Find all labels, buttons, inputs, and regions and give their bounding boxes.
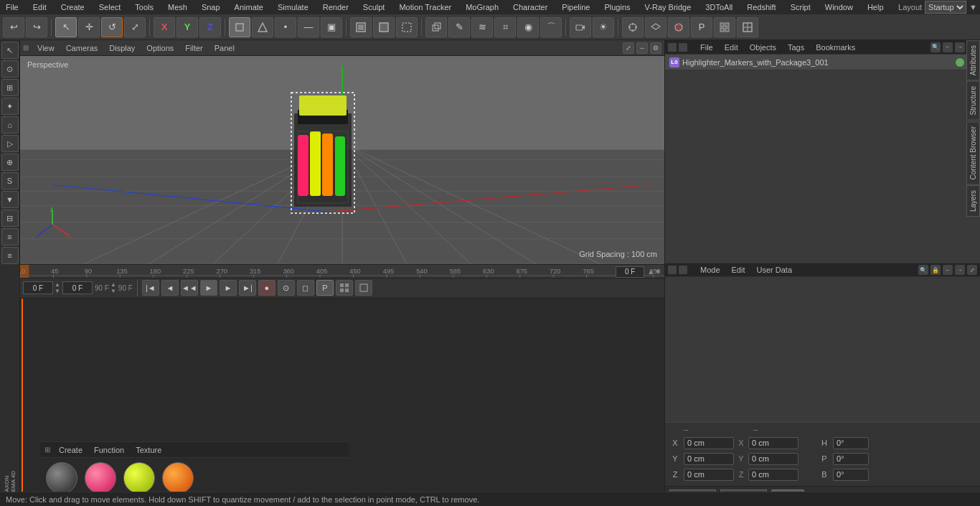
obj-edit-menu[interactable]: Edit (722, 42, 741, 53)
knife-button[interactable]: ⌗ (494, 17, 516, 37)
sidebar-smooth-tool[interactable]: S (1, 172, 19, 189)
attr-icon-1[interactable] (668, 266, 677, 274)
obj-mgr-icon-1[interactable] (668, 43, 677, 52)
scale-tool-button[interactable]: ⤢ (124, 17, 146, 37)
x-pos-input[interactable] (684, 437, 734, 449)
structure-tab[interactable]: Structure (966, 81, 980, 121)
cube-button[interactable] (425, 17, 447, 37)
b-rot-input[interactable] (833, 469, 869, 481)
undo-button[interactable]: ↩ (3, 17, 24, 37)
menu-select[interactable]: Select (96, 1, 124, 13)
menu-animate[interactable]: Animate (232, 1, 266, 13)
z-axis-button[interactable]: Z (199, 17, 221, 37)
redo-button[interactable]: ↪ (26, 17, 47, 37)
keyframe-mode-button[interactable]: P (316, 280, 334, 296)
select-tool-button[interactable]: ↖ (55, 17, 77, 37)
vp-cameras-menu[interactable]: Cameras (63, 42, 101, 54)
sidebar-floor-tool[interactable]: ⊟ (1, 210, 19, 227)
start-frame-input[interactable] (23, 281, 53, 294)
sidebar-grid-tool[interactable]: ⊞ (1, 79, 19, 96)
x-axis-button[interactable]: X (154, 17, 175, 37)
vp-icon-settings[interactable]: ⚙ (650, 42, 661, 54)
current-frame-input[interactable] (616, 266, 644, 278)
menu-mograph[interactable]: MoGraph (463, 1, 501, 13)
attr-icon-2[interactable] (679, 266, 687, 274)
move-tool-button[interactable]: ✛ (78, 17, 100, 37)
layers-tab[interactable]: Layers (966, 185, 980, 217)
vp-options-menu[interactable]: Options (143, 42, 176, 54)
x-size-input[interactable] (748, 437, 798, 449)
record-stop-button[interactable]: ◻ (297, 280, 314, 296)
pen-button[interactable]: ✎ (448, 17, 470, 37)
workplane-button[interactable] (645, 17, 666, 37)
attr-mode-menu[interactable]: Mode (697, 264, 723, 276)
play-back-button[interactable]: ◄◄ (181, 280, 198, 296)
frame-arrows[interactable]: ▲▼ (647, 268, 661, 276)
deform-button[interactable]: ⌒ (540, 17, 562, 37)
poly-mode-button[interactable]: ▣ (321, 17, 342, 37)
menu-tools[interactable]: Tools (132, 1, 156, 13)
object-tree-item-1[interactable]: L0 Highlighter_Markers_with_Package3_001 (665, 55, 980, 70)
obj-forward-icon[interactable]: → (955, 42, 965, 52)
render-button[interactable] (350, 17, 372, 37)
obj-file-menu[interactable]: File (697, 42, 716, 53)
record-button[interactable]: ● (258, 280, 275, 296)
obj-visible-dot[interactable] (956, 58, 964, 67)
menu-sculpt[interactable]: Sculpt (360, 1, 388, 13)
menu-help[interactable]: Help (864, 1, 887, 13)
obj-tags-menu[interactable]: Tags (785, 42, 807, 53)
timeline-grid-button[interactable] (336, 280, 353, 296)
menu-redshift[interactable]: Redshift (744, 1, 778, 13)
rotate-tool-button[interactable]: ↺ (101, 17, 123, 37)
step-forward-button[interactable]: ► (220, 280, 237, 296)
sidebar-add-tool[interactable]: ⊕ (1, 154, 19, 171)
menu-create[interactable]: Create (58, 1, 88, 13)
y-pos-input[interactable] (684, 453, 734, 465)
layout-dropdown[interactable]: Startup (925, 1, 966, 14)
menu-vray[interactable]: V-Ray Bridge (642, 1, 694, 13)
start-frame-arrows[interactable]: ▲ ▼ (55, 281, 60, 294)
edge-mode-button[interactable]: — (298, 17, 319, 37)
light-button[interactable]: ☀ (593, 17, 614, 37)
sidebar-polygon-tool[interactable]: ⌂ (1, 116, 19, 133)
h-rot-input[interactable] (833, 437, 869, 449)
menu-simulate[interactable]: Simulate (275, 1, 311, 13)
content-browser-tab[interactable]: Content Browser (966, 121, 980, 184)
keyframe-button[interactable]: P (691, 17, 712, 37)
menu-render[interactable]: Render (320, 1, 352, 13)
snap-button[interactable] (622, 17, 644, 37)
region-render-button[interactable] (396, 17, 418, 37)
menu-snap[interactable]: Snap (199, 1, 223, 13)
step-back-button[interactable]: ◄ (161, 280, 179, 296)
sidebar-paint-tool[interactable]: ⊙ (1, 60, 19, 78)
obj-mgr-icon-2[interactable] (679, 43, 687, 52)
attr-back-icon[interactable]: ← (943, 265, 953, 275)
menu-3dtoall[interactable]: 3DToAll (702, 1, 735, 13)
go-start-button[interactable]: |◄ (142, 280, 159, 296)
y-axis-button[interactable]: Y (176, 17, 198, 37)
grid-view-button[interactable] (714, 17, 735, 37)
z-pos-input[interactable] (684, 469, 734, 481)
boole-button[interactable]: ◉ (517, 17, 539, 37)
attr-edit-menu[interactable]: Edit (729, 264, 748, 276)
menu-script[interactable]: Script (788, 1, 814, 13)
sidebar-more2-tool[interactable]: ≡ (1, 247, 19, 264)
point-mode-button[interactable]: • (275, 17, 296, 37)
attr-search-icon[interactable]: 🔍 (918, 265, 928, 275)
viewport-canvas[interactable]: Perspective (20, 56, 664, 264)
cinema-view-button[interactable] (737, 17, 758, 37)
p-rot-input[interactable] (833, 453, 869, 465)
materials-function-menu[interactable]: Function (91, 444, 127, 456)
texture-mode-button[interactable] (252, 17, 273, 37)
materials-create-menu[interactable]: Create (56, 444, 85, 456)
motion-record-button[interactable] (668, 17, 689, 37)
sidebar-extrude-tool[interactable]: ▷ (1, 135, 19, 152)
z-size-input[interactable] (748, 469, 798, 481)
attr-expand-icon[interactable]: ⤢ (967, 265, 977, 275)
obj-bookmarks-menu[interactable]: Bookmarks (813, 42, 858, 53)
attributes-tab[interactable]: Attributes (966, 40, 980, 80)
attr-forward-icon[interactable]: → (955, 265, 965, 275)
timeline-ruler[interactable]: 0 45 90 135 180 225 270 315 360 405 (20, 264, 664, 278)
menu-file[interactable]: File (3, 1, 22, 13)
preview-frame-input[interactable] (62, 281, 93, 294)
